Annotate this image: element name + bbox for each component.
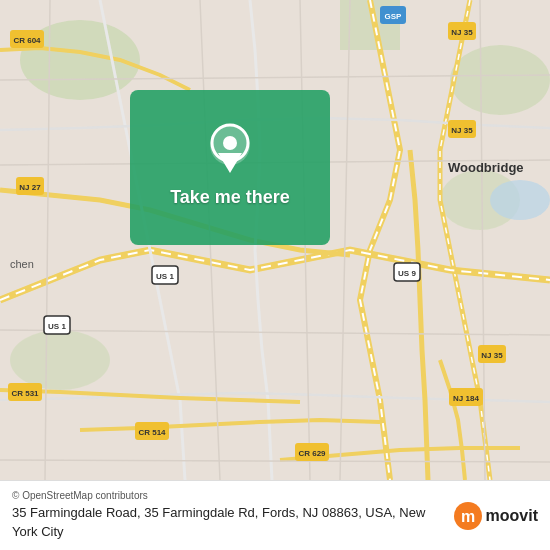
- moovit-logo: m moovit: [454, 502, 538, 530]
- attribution: © OpenStreetMap contributors: [12, 490, 444, 501]
- svg-text:NJ 184: NJ 184: [453, 394, 479, 403]
- location-pin-icon: [208, 123, 252, 175]
- svg-point-46: [223, 136, 237, 150]
- svg-point-6: [490, 180, 550, 220]
- svg-text:CR 629: CR 629: [298, 449, 326, 458]
- location-overlay: Take me there: [130, 90, 330, 245]
- moovit-icon: m: [454, 502, 482, 530]
- map-container: GSP NJ 35 NJ 35 NJ 35 CR 604 NJ 27 US 1 …: [0, 0, 550, 480]
- svg-text:NJ 35: NJ 35: [451, 126, 473, 135]
- svg-text:US 1: US 1: [156, 272, 174, 281]
- info-text-block: © OpenStreetMap contributors 35 Farmingd…: [12, 490, 444, 540]
- svg-text:NJ 27: NJ 27: [19, 183, 41, 192]
- attribution-text: © OpenStreetMap contributors: [12, 490, 148, 501]
- svg-point-5: [10, 330, 110, 390]
- svg-text:GSP: GSP: [385, 12, 403, 21]
- svg-text:Woodbridge: Woodbridge: [448, 160, 524, 175]
- info-bar: © OpenStreetMap contributors 35 Farmingd…: [0, 480, 550, 550]
- svg-text:US 1: US 1: [48, 322, 66, 331]
- svg-text:CR 604: CR 604: [13, 36, 41, 45]
- svg-text:m: m: [460, 508, 474, 525]
- svg-text:NJ 35: NJ 35: [481, 351, 503, 360]
- svg-text:CR 531: CR 531: [11, 389, 39, 398]
- svg-text:CR 514: CR 514: [138, 428, 166, 437]
- take-me-there-button[interactable]: Take me there: [162, 183, 298, 212]
- address-text: 35 Farmingdale Road, 35 Farmingdale Rd, …: [12, 504, 444, 540]
- svg-point-2: [450, 45, 550, 115]
- svg-text:NJ 35: NJ 35: [451, 28, 473, 37]
- svg-text:US 9: US 9: [398, 269, 416, 278]
- svg-text:chen: chen: [10, 258, 34, 270]
- moovit-text: moovit: [486, 507, 538, 525]
